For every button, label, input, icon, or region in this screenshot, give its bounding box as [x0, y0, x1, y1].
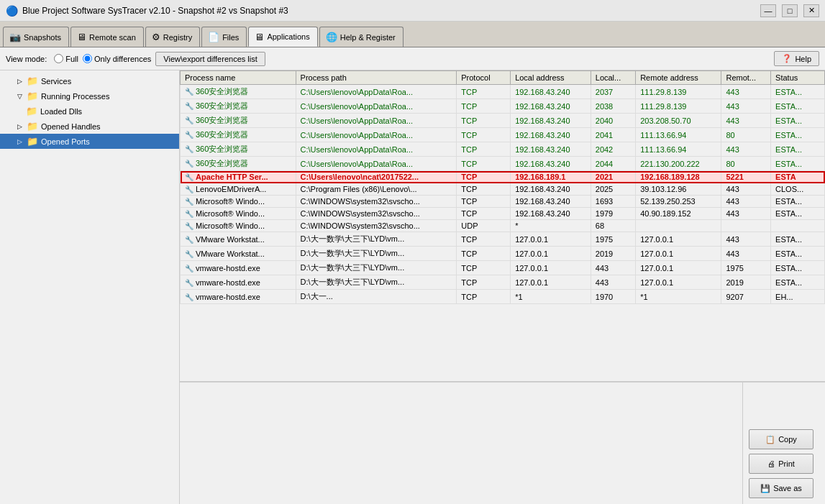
col-protocol[interactable]: Protocol	[457, 71, 511, 85]
col-local-port[interactable]: Local...	[591, 71, 635, 85]
col-process-path[interactable]: Process path	[296, 71, 457, 85]
cell-process-name: 🔧360安全浏览器	[181, 85, 296, 99]
cell-protocol: TCP	[457, 171, 511, 183]
col-status[interactable]: Status	[771, 71, 825, 85]
cell-process-path: C:\Program Files (x86)\Lenovo\...	[296, 183, 457, 196]
cell-status: ESTA...	[771, 232, 825, 247]
radio-only-diff[interactable]: Only differences	[83, 54, 151, 63]
tab-files[interactable]: 📄 Files	[201, 27, 247, 47]
tab-help-register[interactable]: 🌐 Help & Register	[319, 27, 404, 47]
save-as-button[interactable]: 💾 Save as	[749, 478, 813, 498]
table-row[interactable]: 🔧360安全浏览器C:\Users\lenovo\AppData\Roa...T…	[181, 85, 825, 99]
cell-remote-addr: 221.130.200.222	[636, 157, 721, 171]
cell-remote-addr: 203.208.50.70	[636, 114, 721, 128]
print-btn-label: Print	[778, 459, 795, 468]
cell-remote-addr: 52.139.250.253	[636, 196, 721, 208]
copy-button[interactable]: 📋 Copy	[749, 429, 813, 449]
cell-remote-addr: 39.103.12.96	[636, 183, 721, 196]
window-title: Blue Project Software SysTracer v2.10 - …	[22, 6, 760, 16]
cell-local-port: 68	[591, 220, 635, 232]
table-row[interactable]: 🔧360安全浏览器C:\Users\lenovo\AppData\Roa...T…	[181, 142, 825, 157]
table-row[interactable]: 🔧Microsoft® Windo...C:\WINDOWS\system32\…	[181, 196, 825, 208]
tab-applications[interactable]: 🖥 Applications	[248, 27, 317, 47]
cell-local-port: 2041	[591, 128, 635, 142]
cell-protocol: TCP	[457, 261, 511, 275]
cell-remote-port: 1975	[721, 261, 771, 275]
table-row[interactable]: 🔧VMware Workstat...D:\大一数学\大三下\LYD\vm...…	[181, 247, 825, 261]
cell-process-name: 🔧Microsoft® Windo...	[181, 220, 296, 232]
folder-icon5: 📁	[27, 136, 38, 147]
table-row[interactable]: 🔧360安全浏览器C:\Users\lenovo\AppData\Roa...T…	[181, 128, 825, 142]
cell-process-name: 🔧vmware-hostd.exe	[181, 261, 296, 275]
col-process-name[interactable]: Process name	[181, 71, 296, 85]
help-button[interactable]: ❓ Help	[774, 51, 819, 66]
table-row[interactable]: 🔧VMware Workstat...D:\大一数学\大三下\LYD\vm...…	[181, 232, 825, 247]
cell-remote-port: 443	[721, 142, 771, 157]
radio-only-diff-input[interactable]	[83, 54, 92, 63]
radio-full[interactable]: Full	[54, 54, 78, 63]
cell-local-port: 2044	[591, 157, 635, 171]
cell-process-path: D:\大一数学\大三下\LYD\vm...	[296, 275, 457, 290]
tab-help-label: Help & Register	[340, 33, 396, 42]
monitor-icon: 🖥	[77, 32, 86, 42]
cell-process-path: C:\WINDOWS\system32\svscho...	[296, 196, 457, 208]
col-remote-address[interactable]: Remote address	[636, 71, 721, 85]
cell-remote-addr: 40.90.189.152	[636, 208, 721, 220]
cell-status: ESTA...	[771, 208, 825, 220]
sidebar-item-opened-ports[interactable]: ▷ 📁 Opened Ports	[0, 134, 179, 149]
print-icon: 🖨	[767, 459, 775, 468]
tab-snapshots[interactable]: 📷 Snapshots	[3, 27, 69, 47]
table-row[interactable]: 🔧vmware-hostd.exeD:\大一数学\大三下\LYD\vm...TC…	[181, 261, 825, 275]
app-icon: 🔵	[6, 5, 18, 17]
tab-registry[interactable]: ⚙ Registry	[145, 27, 200, 47]
maximize-button[interactable]: □	[782, 4, 798, 17]
cell-local-port: 2019	[591, 247, 635, 261]
tab-registry-label: Registry	[163, 33, 192, 42]
radio-full-input[interactable]	[54, 54, 63, 63]
cell-process-name: 🔧VMware Workstat...	[181, 247, 296, 261]
tab-remote-scan[interactable]: 🖥 Remote scan	[70, 27, 144, 47]
sidebar-item-services[interactable]: ▷ 📁 Services	[0, 73, 179, 88]
table-row[interactable]: 🔧Microsoft® Windo...C:\WINDOWS\system32\…	[181, 208, 825, 220]
table-row[interactable]: 🔧vmware-hostd.exeD:\大一数学\大三下\LYD\vm...TC…	[181, 275, 825, 290]
table-row[interactable]: 🔧Microsoft® Windo...C:\WINDOWS\system32\…	[181, 220, 825, 232]
table-container[interactable]: Process name Process path Protocol Local…	[180, 70, 825, 382]
sidebar-item-loaded-dlls[interactable]: 📁 Loaded Dlls	[0, 104, 179, 119]
cell-process-name: 🔧360安全浏览器	[181, 114, 296, 128]
cell-process-path: D:\大一...	[296, 290, 457, 304]
cell-status: ESTA...	[771, 261, 825, 275]
print-button[interactable]: 🖨 Print	[749, 454, 813, 474]
table-row[interactable]: 🔧LenovoEMDriverA...C:\Program Files (x86…	[181, 183, 825, 196]
table-row[interactable]: 🔧Apache HTTP Ser...C:\Users\lenovo\ncat\…	[181, 171, 825, 183]
cell-local-addr: 192.168.43.240	[511, 85, 591, 99]
minimize-button[interactable]: —	[760, 4, 776, 17]
sidebar-item-opened-handles[interactable]: ▷ 📁 Opened Handles	[0, 119, 179, 134]
cell-remote-addr: 192.168.189.128	[636, 171, 721, 183]
col-local-address[interactable]: Local address	[511, 71, 591, 85]
tab-bar: 📷 Snapshots 🖥 Remote scan ⚙ Registry 📄 F…	[0, 22, 825, 47]
view-export-btn[interactable]: View\export differences list	[155, 52, 265, 66]
sidebar-item-running-processes[interactable]: ▽ 📁 Running Processes	[0, 88, 179, 104]
radio-only-diff-label: Only differences	[94, 55, 151, 63]
cell-process-path: C:\Users\lenovo\AppData\Roa...	[296, 114, 457, 128]
action-buttons-panel: 📋 Copy 🖨 Print 💾 Save as	[742, 382, 825, 504]
folder-icon: 📁	[27, 75, 38, 86]
cell-remote-port	[721, 220, 771, 232]
close-button[interactable]: ✕	[803, 4, 819, 17]
col-remote-port[interactable]: Remot...	[721, 71, 771, 85]
cell-remote-port: 443	[721, 99, 771, 114]
table-row[interactable]: 🔧vmware-hostd.exeD:\大一...TCP*11970*19207…	[181, 290, 825, 304]
cell-status: ESTA	[771, 171, 825, 183]
cell-protocol: TCP	[457, 183, 511, 196]
sidebar-item-services-label: Services	[41, 77, 71, 86]
copy-icon: 📋	[765, 435, 775, 444]
table-row[interactable]: 🔧360安全浏览器C:\Users\lenovo\AppData\Roa...T…	[181, 114, 825, 128]
cell-process-name: 🔧360安全浏览器	[181, 99, 296, 114]
cell-status: ESTA...	[771, 247, 825, 261]
table-row[interactable]: 🔧360安全浏览器C:\Users\lenovo\AppData\Roa...T…	[181, 157, 825, 171]
sidebar-item-loaded-dlls-label: Loaded Dlls	[40, 107, 82, 116]
table-row[interactable]: 🔧360安全浏览器C:\Users\lenovo\AppData\Roa...T…	[181, 99, 825, 114]
cell-process-path: C:\WINDOWS\system32\svscho...	[296, 208, 457, 220]
window-controls: — □ ✕	[760, 4, 819, 17]
cell-process-name: 🔧vmware-hostd.exe	[181, 290, 296, 304]
